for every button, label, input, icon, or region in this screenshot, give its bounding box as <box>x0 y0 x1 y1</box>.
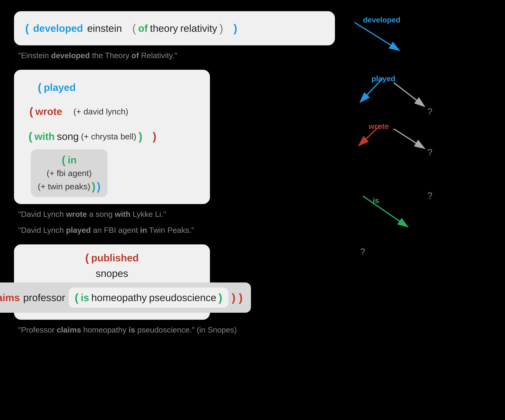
question-2: ? <box>427 147 432 157</box>
prep-of: of <box>138 23 148 34</box>
paren-open-is: ( <box>75 291 79 304</box>
arrow-diagram-2: played ? wrote ? <box>352 67 497 196</box>
example1-quote: "Einstein developed the Theory of Relati… <box>14 50 335 61</box>
example3-outer-card: ( published snopes ( claims professor ( … <box>14 244 210 320</box>
in-row: ( in <box>62 153 77 166</box>
paren-close-in: ) <box>92 180 95 193</box>
arrow-label-developed: developed <box>363 15 400 24</box>
verb-played: played <box>44 82 76 93</box>
paren-open-wrote: ( <box>29 105 33 118</box>
noun-theory: theory <box>150 23 178 34</box>
in-box: ( in (+ fbi agent) (+ twin peaks) ) ) <box>31 149 107 197</box>
left-panel: ( developed einstein ( of theory relativ… <box>0 0 343 420</box>
arrow-svg-3 <box>352 188 450 258</box>
verb-wrote: wrote <box>35 106 62 117</box>
noun-relativity: relativity <box>180 23 217 34</box>
verb-claims: claims <box>0 292 20 303</box>
wrote-row: ( wrote (+ david lynch) ( with song (+ c… <box>22 101 202 146</box>
example3-section: ( published snopes ( claims professor ( … <box>14 244 335 336</box>
paren-open-played: ( <box>38 81 42 94</box>
example1-section: ( developed einstein ( of theory relativ… <box>14 11 335 61</box>
arrow-label-is: is <box>373 196 379 205</box>
inner-paren-open-1: ( <box>132 22 136 35</box>
noun-homeopathy: homeopathy <box>91 292 147 303</box>
question-1: ? <box>427 106 432 117</box>
wrote-box: ( wrote <box>22 101 69 122</box>
paren-close-published: ) <box>239 291 243 304</box>
played-row: ( played <box>22 77 202 98</box>
svg-line-1 <box>354 22 399 51</box>
arrow-label-played: played <box>371 74 395 83</box>
arrow-svg-2 <box>352 67 450 179</box>
verb-developed: developed <box>33 23 83 34</box>
subject-einstein: einstein <box>87 23 122 34</box>
plus-fbi: (+ fbi agent) <box>47 168 92 178</box>
question-3: ? <box>427 191 432 201</box>
played-box: ( played <box>31 77 83 98</box>
paren-open-published: ( <box>85 251 89 264</box>
svg-line-7 <box>394 83 424 106</box>
paren-open-blue-1: ( <box>25 22 29 35</box>
arrow-diagram-3: ? is ? <box>352 188 497 286</box>
plus-david: (+ david lynch) <box>74 107 128 116</box>
example1-card: ( developed einstein ( of theory relativ… <box>14 11 335 45</box>
right-panel: developed <box>343 0 505 420</box>
verb-is: is <box>81 292 89 303</box>
claims-row: ( claims professor ( is homeopathy pseud… <box>0 282 251 313</box>
twin-peaks-row: (+ twin peaks) ) ) <box>38 180 101 193</box>
published-row: ( published <box>85 251 139 264</box>
prep-with: with <box>35 131 55 142</box>
example2-outer-card: ( played ( wrote (+ david lynch) ( with … <box>14 70 210 204</box>
is-homeopathy-box: ( is homeopathy pseudoscience ) <box>69 287 228 308</box>
paren-open-in: ( <box>62 153 65 166</box>
arrow-svg-1 <box>352 20 422 62</box>
in-box-wrapper: ( in (+ fbi agent) (+ twin peaks) ) ) <box>31 149 202 197</box>
paren-close-claims: ) <box>232 291 236 304</box>
arrow-label-wrote: wrote <box>369 122 389 131</box>
paren-open-with: ( <box>29 130 32 143</box>
inner-card-1: ( of theory relativity ) <box>126 18 229 38</box>
svg-line-9 <box>394 129 424 148</box>
example2-section: ( played ( wrote (+ david lynch) ( with … <box>14 70 335 236</box>
inner-paren-close-1: ) <box>220 22 223 35</box>
plus-twin: (+ twin peaks) <box>38 182 90 191</box>
question-4: ? <box>360 247 365 257</box>
paren-close-with: ) <box>139 130 142 143</box>
paren-close-played: ) <box>97 180 101 193</box>
example2-quote2: "David Lynch played an FBI agent in Twin… <box>14 224 335 236</box>
svg-line-11 <box>363 196 408 227</box>
noun-professor: professor <box>23 292 65 303</box>
paren-close-is: ) <box>219 291 222 304</box>
verb-published: published <box>91 252 139 264</box>
example3-quote: "Professor claims homeopathy is pseudosc… <box>14 324 335 336</box>
noun-pseudoscience: pseudoscience <box>149 292 216 303</box>
paren-close-wrote: ) <box>153 130 157 143</box>
example2-quote1: "David Lynch wrote a song with Lykke Li.… <box>14 208 335 220</box>
noun-snopes: snopes <box>96 268 128 279</box>
noun-song: song <box>57 131 79 142</box>
paren-close-blue-1: ) <box>234 22 237 35</box>
prep-in: in <box>68 154 77 166</box>
plus-chrysta: (+ chrysta bell) <box>81 132 136 141</box>
with-song-box: ( with song (+ chrysta bell) ) <box>22 126 149 146</box>
